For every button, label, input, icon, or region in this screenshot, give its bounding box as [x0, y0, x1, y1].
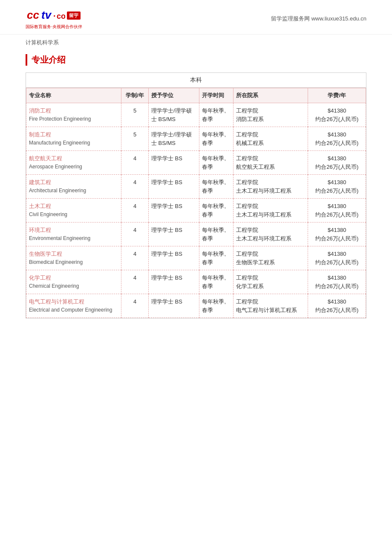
table-header-row: 专业名称 学制/年 授予学位 开学时间 所在院系 学费/年 [26, 88, 366, 103]
cell-fee: $41380 约合26万(人民币) [308, 127, 366, 151]
program-en-name: Civil Engineering [29, 211, 118, 218]
program-en-name: Environmental Engineering [29, 234, 118, 242]
cell-semester: 每年秋季,春季 [199, 151, 233, 175]
cell-dept: 工程学院 生物医学工程系 [233, 246, 308, 270]
cell-dept: 工程学院 土木工程与环境工程系 [233, 175, 308, 199]
section-title: 专业介绍 [32, 55, 66, 64]
logo-tagline: 国际教育服务·央视网合作伙伴 [26, 24, 82, 30]
main-table-wrapper: 本科 专业名称 学制/年 授予学位 开学时间 所在院系 学费/年 消防工程Fir… [26, 72, 366, 318]
cell-name: 生物医学工程Biomedical Engineering [26, 246, 121, 270]
cell-years: 4 [121, 270, 149, 294]
cell-semester: 每年秋季,春季 [199, 127, 233, 151]
cell-years: 4 [121, 199, 149, 223]
cell-fee: $41380 约合26万(人民币) [308, 270, 366, 294]
cell-years: 4 [121, 223, 149, 246]
program-cn-name: 消防工程 [29, 107, 118, 115]
program-cn-name: 化学工程 [29, 274, 118, 282]
cell-semester: 每年秋季,春季 [199, 223, 233, 246]
table-row: 化学工程Chemical Engineering4理学学士 BS每年秋季,春季工… [26, 270, 366, 294]
cell-years: 5 [121, 127, 149, 151]
liuyu-logo-badge: 留宇 [67, 12, 81, 20]
cell-degree: 理学学士 BS [148, 199, 199, 223]
table-row: 消防工程Fire Protection Engineering5理学学士/理学硕… [26, 103, 366, 127]
col-header-semester: 开学时间 [199, 88, 233, 103]
program-en-name: Aerospace Engineering [29, 163, 118, 171]
cell-fee: $41380 约合26万(人民币) [308, 223, 366, 246]
program-en-name: Chemical Engineering [29, 282, 118, 290]
col-header-degree: 授予学位 [148, 88, 199, 103]
table-row: 环境工程Environmental Engineering4理学学士 BS每年秋… [26, 223, 366, 246]
cell-degree: 理学学士 BS [148, 294, 199, 318]
table-section-header: 本科 [26, 73, 366, 88]
svg-text:cc: cc [27, 9, 39, 21]
cell-years: 5 [121, 103, 149, 127]
cctv-logo-svg: cc tv · com [27, 8, 65, 23]
program-en-name: Architectural Engineering [29, 187, 118, 194]
cell-name: 土木工程Civil Engineering [26, 199, 121, 223]
programs-table: 专业名称 学制/年 授予学位 开学时间 所在院系 学费/年 消防工程Fire P… [26, 88, 366, 318]
cell-years: 4 [121, 151, 149, 175]
cell-dept: 工程学院 电气工程与计算机工程系 [233, 294, 308, 318]
table-row: 电气工程与计算机工程Electrical and Computer Engine… [26, 294, 366, 318]
cell-fee: $41380 约合26万(人民币) [308, 246, 366, 270]
cell-dept: 工程学院 航空航天工程系 [233, 151, 308, 175]
cell-dept: 工程学院 消防工程系 [233, 103, 308, 127]
svg-text:·: · [53, 11, 56, 20]
program-en-name: Manufacturing Engineering [29, 139, 118, 147]
cell-degree: 理学学士 BS [148, 175, 199, 199]
program-en-name: Biomedical Engineering [29, 258, 118, 266]
cell-dept: 工程学院 化学工程系 [233, 270, 308, 294]
table-row: 航空航天工程Aerospace Engineering4理学学士 BS每年秋季,… [26, 151, 366, 175]
breadcrumb: 计算机科学系 [0, 35, 392, 51]
cell-degree: 理学学士 BS [148, 270, 199, 294]
cell-name: 建筑工程Architectural Engineering [26, 175, 121, 199]
cell-fee: $41380 约合26万(人民币) [308, 151, 366, 175]
program-cn-name: 生物医学工程 [29, 250, 118, 258]
program-cn-name: 制造工程 [29, 130, 118, 139]
svg-text:tv: tv [41, 9, 52, 21]
table-row: 土木工程Civil Engineering4理学学士 BS每年秋季,春季工程学院… [26, 199, 366, 223]
cell-semester: 每年秋季,春季 [199, 294, 233, 318]
col-header-years: 学制/年 [121, 88, 149, 103]
logo-area: cc tv · com 留宇 国际教育服务·央视网合作伙伴 [26, 8, 82, 30]
cell-semester: 每年秋季,春季 [199, 199, 233, 223]
header-site-url: 留学监理服务网 www.liuxue315.edu.cn [271, 15, 366, 23]
program-en-name: Electrical and Computer Engineering [29, 306, 118, 314]
cell-fee: $41380 约合26万(人民币) [308, 199, 366, 223]
cell-semester: 每年秋季,春季 [199, 175, 233, 199]
table-row: 生物医学工程Biomedical Engineering4理学学士 BS每年秋季… [26, 246, 366, 270]
cell-degree: 理学学士 BS [148, 246, 199, 270]
program-cn-name: 航空航天工程 [29, 154, 118, 163]
section-title-container: 专业介绍 [26, 54, 366, 66]
program-cn-name: 土木工程 [29, 202, 118, 211]
cell-name: 环境工程Environmental Engineering [26, 223, 121, 246]
cell-degree: 理学学士 BS [148, 151, 199, 175]
cell-degree: 理学学士 BS [148, 223, 199, 246]
logo-main: cc tv · com 留宇 [27, 8, 81, 23]
col-header-dept: 所在院系 [233, 88, 308, 103]
program-cn-name: 建筑工程 [29, 178, 118, 187]
cell-dept: 工程学院 土木工程与环境工程系 [233, 223, 308, 246]
table-row: 制造工程Manufacturing Engineering5理学学士/理学硕士 … [26, 127, 366, 151]
cell-fee: $41380 约合26万(人民币) [308, 103, 366, 127]
cell-fee: $41380 约合26万(人民币) [308, 175, 366, 199]
cell-years: 4 [121, 175, 149, 199]
page-header: cc tv · com 留宇 国际教育服务·央视网合作伙伴 留学监理服务网 ww… [0, 0, 392, 35]
program-cn-name: 环境工程 [29, 226, 118, 234]
cell-years: 4 [121, 246, 149, 270]
table-row: 建筑工程Architectural Engineering4理学学士 BS每年秋… [26, 175, 366, 199]
cell-semester: 每年秋季,春季 [199, 270, 233, 294]
cell-dept: 工程学院 机械工程系 [233, 127, 308, 151]
cell-dept: 工程学院 土木工程与环境工程系 [233, 199, 308, 223]
col-header-fee: 学费/年 [308, 88, 366, 103]
col-header-name: 专业名称 [26, 88, 121, 103]
cell-name: 制造工程Manufacturing Engineering [26, 127, 121, 151]
cell-years: 4 [121, 294, 149, 318]
cell-semester: 每年秋季,春季 [199, 103, 233, 127]
program-cn-name: 电气工程与计算机工程 [29, 298, 118, 306]
cell-fee: $41380 约合26万(人民币) [308, 294, 366, 318]
svg-text:com: com [57, 12, 65, 20]
program-en-name: Fire Protection Engineering [29, 115, 118, 123]
cell-name: 航空航天工程Aerospace Engineering [26, 151, 121, 175]
cell-semester: 每年秋季,春季 [199, 246, 233, 270]
